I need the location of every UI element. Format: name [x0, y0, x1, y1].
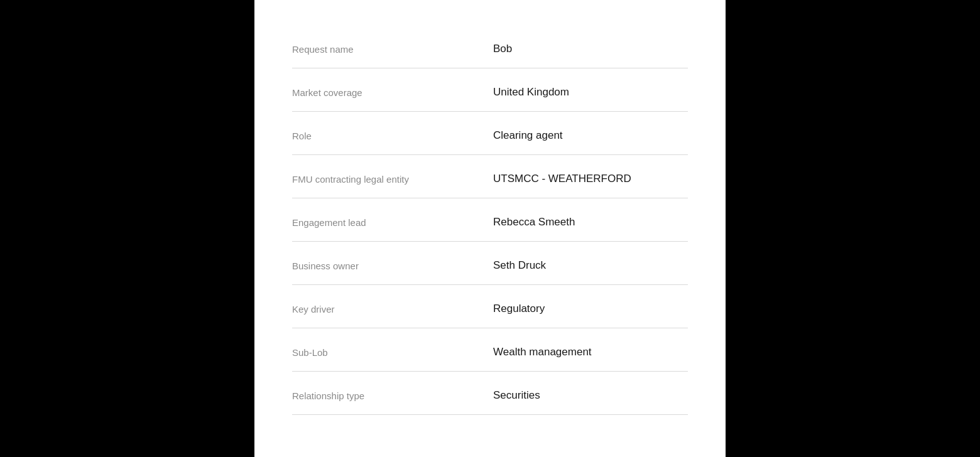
field-value: Regulatory	[493, 303, 688, 315]
field-label: FMU contracting legal entity	[292, 173, 493, 185]
field-label: Relationship type	[292, 389, 493, 401]
field-row: Key driverRegulatory	[292, 285, 688, 328]
field-value: Clearing agent	[493, 129, 688, 142]
field-value: Seth Druck	[493, 259, 688, 272]
field-value: Wealth management	[493, 346, 688, 358]
left-panel	[0, 0, 254, 457]
field-row: Request nameBob	[292, 25, 688, 68]
field-label: Key driver	[292, 303, 493, 315]
field-value: United Kingdom	[493, 86, 688, 99]
field-value: UTSMCC - WEATHERFORD	[493, 173, 688, 185]
field-value: Rebecca Smeeth	[493, 216, 688, 228]
field-row: RoleClearing agent	[292, 112, 688, 155]
field-label: Role	[292, 129, 493, 141]
field-row: Sub-LobWealth management	[292, 328, 688, 372]
field-label: Sub-Lob	[292, 346, 493, 358]
field-row: FMU contracting legal entityUTSMCC - WEA…	[292, 155, 688, 198]
field-row: Relationship typeSecurities	[292, 372, 688, 415]
field-value: Bob	[493, 43, 688, 55]
right-panel	[726, 0, 980, 457]
field-row: Engagement leadRebecca Smeeth	[292, 198, 688, 242]
field-row: Business ownerSeth Druck	[292, 242, 688, 285]
field-value: Securities	[493, 389, 688, 402]
field-label: Business owner	[292, 259, 493, 271]
main-content: Request nameBobMarket coverageUnited Kin…	[254, 0, 726, 457]
field-row: Market coverageUnited Kingdom	[292, 68, 688, 112]
field-label: Request name	[292, 43, 493, 55]
field-label: Engagement lead	[292, 216, 493, 228]
field-label: Market coverage	[292, 86, 493, 98]
